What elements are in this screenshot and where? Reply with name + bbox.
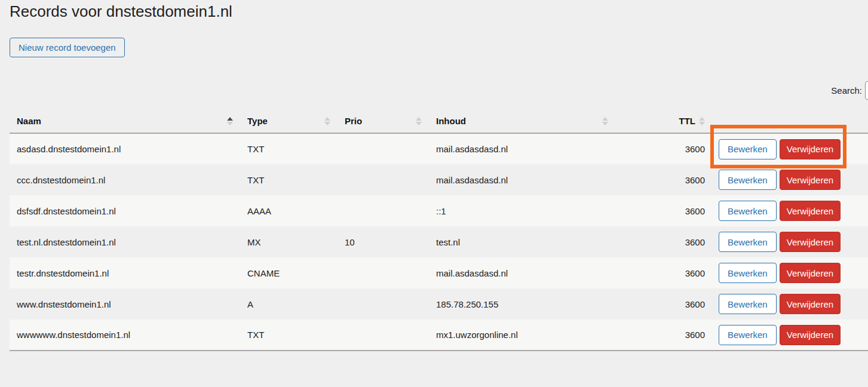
delete-button[interactable]: Verwijderen xyxy=(780,232,841,252)
cell-inhoud: mail.asdasdasd.nl xyxy=(429,164,615,195)
cell-inhoud: test.nl xyxy=(429,226,615,257)
column-label-prio: Prio xyxy=(345,116,362,126)
table-body: asdasd.dnstestdomein1.nlTXTmail.asdasdas… xyxy=(10,133,868,351)
table-row: test.nl.dnstestdomein1.nlMX10test.nl3600… xyxy=(10,226,868,257)
column-header-prio[interactable]: Prio xyxy=(338,109,429,133)
delete-button[interactable]: Verwijderen xyxy=(780,201,841,221)
edit-button[interactable]: Bewerken xyxy=(719,170,777,190)
cell-inhoud: mail.asdasdasd.nl xyxy=(429,133,615,164)
table-row: dsfsdf.dnstestdomein1.nlAAAA::13600Bewer… xyxy=(10,195,868,226)
edit-button[interactable]: Bewerken xyxy=(719,139,777,159)
table-row: testr.dnstestdomein1.nlCNAMEmail.asdasda… xyxy=(10,257,868,288)
cell-actions: BewerkenVerwijderen xyxy=(708,320,868,351)
cell-prio: 10 xyxy=(338,226,429,257)
search-area: Search: xyxy=(828,81,868,100)
cell-prio xyxy=(338,288,429,320)
table-head: NaamTypePrioInhoudTTL xyxy=(10,109,868,133)
cell-actions: BewerkenVerwijderen xyxy=(708,226,868,257)
cell-naam: ccc.dnstestdomein1.nl xyxy=(10,164,240,195)
edit-button[interactable]: Bewerken xyxy=(719,263,777,283)
table-row: asdasd.dnstestdomein1.nlTXTmail.asdasdas… xyxy=(10,133,868,164)
edit-button[interactable]: Bewerken xyxy=(719,201,777,221)
edit-button[interactable]: Bewerken xyxy=(719,325,777,345)
cell-naam: testr.dnstestdomein1.nl xyxy=(10,257,240,288)
table-row: wwwwww.dnstestdomein1.nlTXTmx1.uwzorgonl… xyxy=(10,320,868,351)
column-header-ttl[interactable]: TTL xyxy=(615,109,708,133)
cell-actions: BewerkenVerwijderen xyxy=(708,133,868,164)
cell-ttl: 3600 xyxy=(615,320,708,351)
cell-type: AAAA xyxy=(240,195,338,226)
table-header-row: NaamTypePrioInhoudTTL xyxy=(10,109,868,133)
cell-actions: BewerkenVerwijderen xyxy=(708,257,868,288)
cell-prio xyxy=(338,320,429,351)
cell-naam: wwwwww.dnstestdomein1.nl xyxy=(10,320,240,351)
column-label-type: Type xyxy=(247,116,268,126)
records-page: Records voor dnstestdomein1.nl Nieuw rec… xyxy=(0,0,868,387)
cell-ttl: 3600 xyxy=(615,288,708,320)
cell-ttl: 3600 xyxy=(615,226,708,257)
records-table: NaamTypePrioInhoudTTL asdasd.dnstestdome… xyxy=(10,109,868,351)
sort-icon xyxy=(699,117,705,125)
column-header-type[interactable]: Type xyxy=(240,109,338,133)
cell-type: CNAME xyxy=(240,257,338,288)
delete-button[interactable]: Verwijderen xyxy=(780,325,841,345)
cell-type: TXT xyxy=(240,320,338,351)
cell-naam: asdasd.dnstestdomein1.nl xyxy=(10,133,240,164)
cell-type: A xyxy=(240,288,338,320)
column-header-naam[interactable]: Naam xyxy=(10,109,240,133)
cell-inhoud: 185.78.250.155 xyxy=(429,288,615,320)
cell-inhoud: ::1 xyxy=(429,195,615,226)
cell-ttl: 3600 xyxy=(615,257,708,288)
cell-ttl: 3600 xyxy=(615,164,708,195)
cell-prio xyxy=(338,257,429,288)
column-label-inhoud: Inhoud xyxy=(436,116,466,126)
cell-actions: BewerkenVerwijderen xyxy=(708,164,868,195)
cell-inhoud: mail.asdasdasd.nl xyxy=(429,257,615,288)
cell-inhoud: mx1.uwzorgonline.nl xyxy=(429,320,615,351)
cell-prio xyxy=(338,164,429,195)
cell-actions: BewerkenVerwijderen xyxy=(708,288,868,320)
cell-naam: test.nl.dnstestdomein1.nl xyxy=(10,226,240,257)
delete-button[interactable]: Verwijderen xyxy=(780,294,841,314)
edit-button[interactable]: Bewerken xyxy=(719,232,777,252)
column-label-naam: Naam xyxy=(17,116,41,126)
search-label: Search: xyxy=(828,85,862,96)
delete-button[interactable]: Verwijderen xyxy=(780,263,841,283)
delete-button[interactable]: Verwijderen xyxy=(780,139,841,159)
sort-icon xyxy=(416,117,422,125)
cell-prio xyxy=(338,133,429,164)
search-input[interactable] xyxy=(865,81,868,100)
cell-prio xyxy=(338,195,429,226)
cell-type: TXT xyxy=(240,164,338,195)
delete-button[interactable]: Verwijderen xyxy=(780,170,841,190)
cell-actions: BewerkenVerwijderen xyxy=(708,195,868,226)
column-label-ttl: TTL xyxy=(679,116,696,126)
add-record-button[interactable]: Nieuw record toevoegen xyxy=(10,38,125,57)
page-title: Records voor dnstestdomein1.nl xyxy=(10,2,232,21)
cell-type: TXT xyxy=(240,133,338,164)
cell-naam: dsfsdf.dnstestdomein1.nl xyxy=(10,195,240,226)
edit-button[interactable]: Bewerken xyxy=(719,294,777,314)
cell-type: MX xyxy=(240,226,338,257)
sort-icon xyxy=(227,117,233,125)
cell-naam: www.dnstestdomein1.nl xyxy=(10,288,240,320)
sort-icon xyxy=(324,117,330,125)
sort-icon xyxy=(602,117,608,125)
cell-ttl: 3600 xyxy=(615,195,708,226)
table-row: ccc.dnstestdomein1.nlTXTmail.asdasdasd.n… xyxy=(10,164,868,195)
column-header-actions xyxy=(708,109,868,133)
table-row: www.dnstestdomein1.nlA185.78.250.1553600… xyxy=(10,288,868,320)
column-header-inhoud[interactable]: Inhoud xyxy=(429,109,615,133)
cell-ttl: 3600 xyxy=(615,133,708,164)
